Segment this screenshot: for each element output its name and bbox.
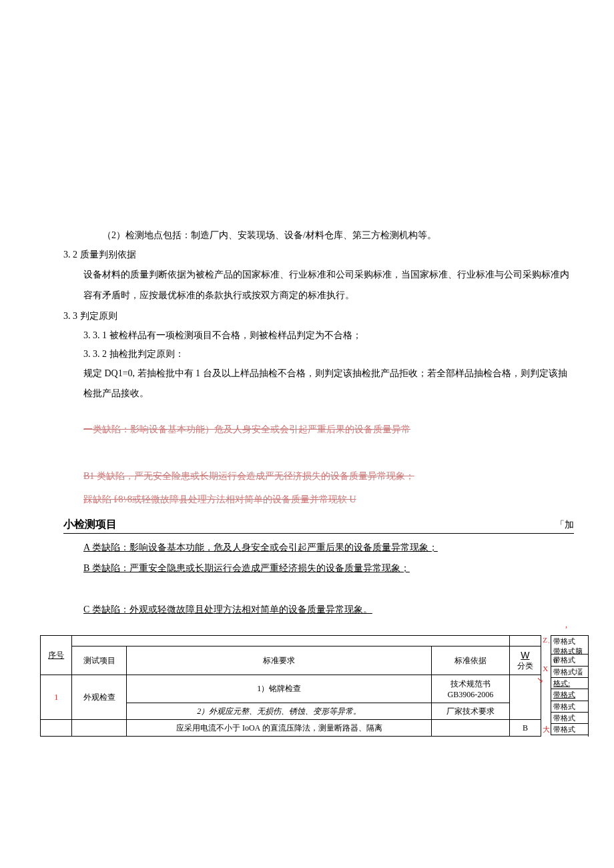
paragraph-2: （2）检测地点包括：制造厂内、安装现场、设备/材料仓库、第三方检测机构等。 [83, 226, 594, 245]
format-note: 带格式 带格式脑 0 [551, 636, 588, 655]
paragraph-3-3-1: 3. 3. 1 被检样品有一项检测项目不合格，则被检样品判定为不合格； [83, 326, 594, 345]
table-row-header: 测试项目 标准要求 标准依据 W 分类 [41, 646, 541, 675]
header-item: 测试项目 [72, 646, 127, 675]
section-heading-bar: 小检测项目 「加 [63, 518, 574, 534]
text: 设备材料的质量判断依据为被检产品的国家标准、行业标准和公司采购标准，当国家标准、… [83, 270, 569, 300]
table-row: 1 外观检查 1）铭牌检查 技术规范书 GB3906-2006 [41, 675, 541, 703]
cell-req-1: 1）铭牌检查 [127, 675, 432, 703]
heading-3-3: 3. 3 判定原则 [63, 310, 594, 322]
table-row-blank-top: 序号 [41, 636, 541, 646]
inspection-table: 序号 测试项目 标准要求 标准依据 W 分类 1 外观检查 1）铭牌检查 技术规… [40, 635, 541, 737]
document-page: （2）检测地点包括：制造厂内、安装现场、设备/材料仓库、第三方检测机构等。 3.… [0, 0, 614, 750]
format-comment-column: 带格式 带格式脑 0 带格式 带格式壒 格式: 带格式 带格式 带格式 带格式 [551, 635, 589, 737]
header-basis: 标准依据 [432, 646, 509, 675]
header-cls: W 分类 [509, 646, 541, 675]
header-req: 标准要求 [127, 646, 432, 675]
header-w: W [513, 650, 538, 661]
section-tail: 「加 [555, 519, 574, 531]
format-note: 带格式壒 [551, 667, 588, 678]
table-wrapper: 序号 测试项目 标准要求 标准依据 W 分类 1 外观检查 1）铭牌检查 技术规… [40, 635, 589, 737]
defect-b: B 类缺陷：严重安全隐患或长期运行会造成严重经济损失的设备质量异常现象； [83, 558, 574, 579]
revision-marker-column: Z、 X 大 [541, 635, 551, 737]
stray-comma: , [20, 620, 567, 630]
cell-seq: 1 [41, 675, 72, 720]
format-note: 带格式 [551, 724, 588, 735]
paragraph-3-2: 设备材料的质量判断依据为被检产品的国家标准、行业标准和公司采购标准，当国家标准、… [83, 265, 574, 306]
format-note: 带格式 [551, 655, 588, 666]
cell-req-2: 2）外观应元整、无损伤、锈蚀、变形等异常。 [127, 703, 432, 720]
paragraph-3-3-3: 规定 DQ1=0, 若抽检批中有 1 台及以上样品抽检不合格，则判定该抽检批产品… [83, 364, 574, 405]
format-note: 带格式 [551, 689, 588, 701]
strike-line-2: B1 类缺陷，严无安全险患或长期运行会造成严无径济损失的设备质量异常现象； [83, 464, 594, 488]
table-row: 应采用电流不小于 IoOA 的直流压降法，测量断路器、隔离 B [41, 720, 541, 737]
cell-req-3: 应采用电流不小于 IoOA 的直流压降法，测量断路器、隔离 [127, 720, 432, 737]
cell-item: 外观检查 [72, 675, 127, 720]
format-note: 格式: [551, 678, 588, 689]
strike-line-3: 踩缺陷 f⁄8¹⁄8或轻微故障县处理方法相对简单的设备质量并常现软 U [83, 488, 594, 511]
marker-z: Z、 [541, 635, 551, 644]
cell-cls-1 [509, 675, 541, 720]
deleted-text-block: 一类缺陷：影响设备基本功能）危及人身安全或会引起严重后果的设备质量异常 B1 类… [83, 418, 594, 511]
paragraph-3-3-2: 3. 3. 2 抽检批判定原则： [83, 345, 594, 364]
cell-basis-1: 技术规范书 GB3906-2006 [432, 675, 509, 703]
cell-basis-2: 厂家技术要求 [432, 703, 509, 720]
marker-dai: 大 [541, 725, 551, 737]
defect-a: A 类缺陷：影响设备基本功能，危及人身安全或会引起严重后果的设备质量异常现象； [83, 538, 574, 558]
cell-cls-2: B [509, 720, 541, 737]
strike-line-1: 一类缺陷：影响设备基本功能）危及人身安全或会引起严重后果的设备质量异常 [83, 418, 594, 441]
text: 规定 DQ1=0, 若抽检批中有 1 台及以上样品抽检不合格，则判定该抽检批产品… [83, 368, 567, 399]
heading-3-2: 3. 2 质量判别依据 [63, 249, 594, 261]
format-note: 带格式 [551, 713, 588, 724]
cell-basis-3 [432, 720, 509, 737]
section-title: 小检测项目 [63, 518, 117, 532]
format-note: 带格式 [551, 701, 588, 713]
text-line: （2）检测地点包括：制造厂内、安装现场、设备/材料仓库、第三方检测机构等。 [83, 226, 594, 245]
header-seq: 序号 [41, 636, 72, 675]
cell-seq [41, 720, 72, 737]
cell-item [72, 720, 127, 737]
defect-c: C 类缺陷：外观或轻微故障且处理方法相对简单的设备质量异常现象。 [83, 600, 574, 620]
defect-definitions: A 类缺陷：影响设备基本功能，危及人身安全或会引起严重后果的设备质量异常现象； … [83, 538, 574, 620]
